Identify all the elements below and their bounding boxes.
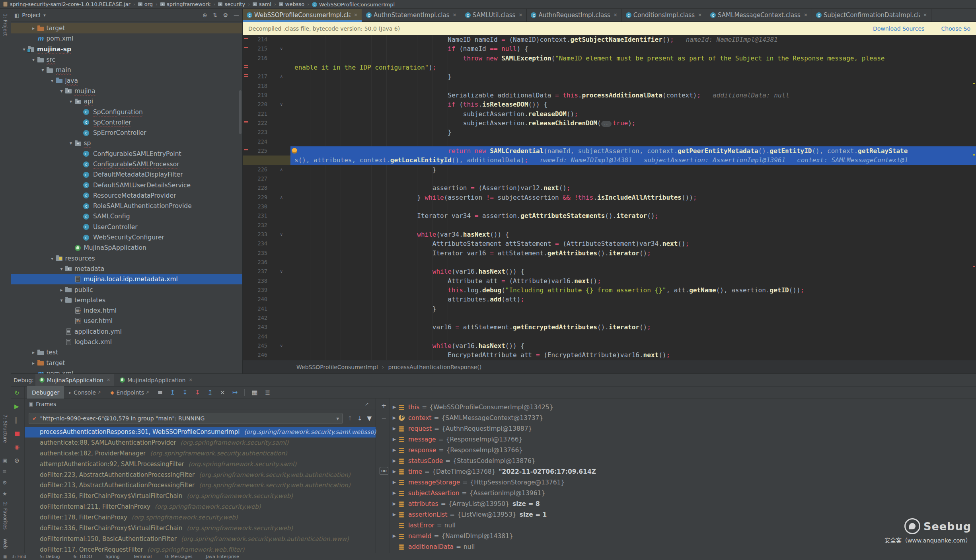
close-icon[interactable]: ✕ [923, 12, 927, 18]
fold-down-icon[interactable]: ∨ [280, 267, 283, 276]
gutter[interactable]: 214 [243, 35, 290, 44]
frame-row[interactable]: doFilter:223, AbstractAuthenticationProc… [25, 470, 376, 480]
chevron-right-icon[interactable]: ▶ [390, 437, 399, 442]
gutter[interactable]: 244 [243, 332, 290, 341]
gutter[interactable]: 234 [243, 239, 290, 248]
gutter[interactable]: 239 [243, 286, 290, 295]
chevron-down-icon[interactable]: ▾ [58, 266, 65, 272]
chevron-right-icon[interactable]: ▶ [390, 447, 399, 453]
frame-row[interactable]: doFilterInternal:150, BasicAuthenticatio… [25, 534, 376, 544]
force-step-into-icon[interactable]: ↧ [195, 389, 200, 396]
filter-icon[interactable]: ▼ [367, 415, 372, 422]
locate-icon[interactable]: ⊕ [203, 12, 207, 18]
status-item-6-todo[interactable]: 6: TODO [74, 554, 92, 559]
status-item-terminal[interactable]: Terminal [133, 554, 152, 559]
close-icon[interactable]: ✕ [614, 12, 618, 18]
frame-row[interactable]: doFilter:336, FilterChainProxy$VirtualFi… [25, 491, 376, 502]
sidebar-item-web[interactable]: Web [2, 539, 8, 549]
status-item-java-enterprise[interactable]: Java Enterprise [206, 554, 239, 559]
breadcrumb-item[interactable]: saml [253, 1, 271, 7]
close-icon[interactable]: ✕ [189, 377, 192, 383]
variable-row-request[interactable]: ▶request={AuthnRequestImpl@13887} [390, 423, 976, 434]
code-text[interactable]: EncryptedAttribute att = (EncryptedAttri… [290, 350, 976, 360]
variable-row-attributes[interactable]: ▶attributes={ArrayList@13950}size = 8 [390, 498, 976, 509]
tree-item-websecurityconfigurer[interactable]: cWebSecurityConfigurer [11, 232, 242, 243]
sidebar-item-structure[interactable]: 7: Structure [2, 414, 8, 443]
code-text[interactable]: assertion = (Assertion)var12.next(); [290, 183, 976, 192]
code-text[interactable] [290, 332, 976, 341]
debug-tab-mujinaspapplication[interactable]: MujinaSpApplication✕ [35, 374, 114, 386]
code-text[interactable]: subjectAssertion.releaseDOM(); [290, 109, 976, 119]
tree-item-sperrorcontroller[interactable]: cSpErrorController [11, 128, 242, 138]
chevron-down-icon[interactable]: ▾ [68, 140, 74, 146]
variable-row-messageStorage[interactable]: ▶messageStorage={HttpSessionStorage@1376… [390, 477, 976, 488]
variable-row-statusCode[interactable]: ▶statusCode={StatusCodeImpl@13876} [390, 455, 976, 466]
tree-item-target[interactable]: ▸target [11, 23, 242, 33]
chevron-down-icon[interactable]: ▾ [49, 78, 56, 84]
close-icon[interactable]: ✕ [107, 377, 110, 383]
code-text[interactable]: return new SAMLCredential(nameId, subjec… [290, 146, 976, 156]
collapse-all-icon[interactable]: ⇅ [213, 12, 218, 18]
code-text[interactable]: } [290, 165, 976, 174]
gutter[interactable]: 224 [243, 137, 290, 146]
tab-webssoprofileconsumerimpl-class[interactable]: cWebSSOProfileConsumerImpl.class✕ [243, 9, 362, 21]
gutter[interactable]: 240 [243, 295, 290, 304]
chevron-right-icon[interactable]: ▸ [30, 25, 37, 31]
layout-settings-icon[interactable]: ≣ [265, 389, 270, 396]
gutter[interactable]: 241 [243, 304, 290, 313]
choose-sources-link[interactable]: Choose So [941, 25, 970, 32]
project-panel-title[interactable]: Project [22, 12, 41, 18]
evaluate-expression-icon[interactable]: ▦ [251, 389, 257, 396]
fold-down-icon[interactable]: ∨ [280, 230, 283, 239]
chevron-right-icon[interactable]: ▶ [390, 469, 399, 474]
tree-item-java[interactable]: ▾java [11, 75, 242, 86]
show-execution-point-icon[interactable]: ↥ [170, 389, 175, 396]
tree-item-resourcemetadataprovider[interactable]: cResourceMetadataProvider [11, 191, 242, 201]
chevron-right-icon[interactable]: ▶ [390, 512, 399, 517]
code-text[interactable] [290, 221, 976, 230]
breadcrumb-item[interactable]: websso [279, 1, 304, 7]
code-area[interactable]: 214 NameID nameId = (NameID)context.getS… [243, 35, 976, 360]
close-icon[interactable]: ✕ [804, 12, 808, 18]
gutter[interactable]: 237∨ [243, 267, 290, 276]
step-over-icon[interactable]: ↧ [182, 389, 187, 396]
chevron-right-icon[interactable]: ▸ [30, 350, 37, 355]
watches-icon[interactable]: oo [380, 467, 388, 475]
code-text[interactable]: if (nameId == null) { [290, 44, 976, 53]
frame-row[interactable]: authenticate:182, ProviderManager (org.s… [25, 448, 376, 459]
frame-row[interactable]: doFilterInternal:211, FilterChainProxy (… [25, 502, 376, 512]
star-icon[interactable]: ★ [2, 491, 7, 497]
fold-down-icon[interactable]: ∨ [280, 44, 283, 53]
gutter[interactable]: 226∧ [243, 165, 290, 174]
code-text[interactable]: } while(assertion != subjectAssertion &&… [290, 193, 976, 202]
code-text[interactable]: subjectAssertion.releaseChildrenDOM(…tru… [290, 119, 976, 128]
gutter[interactable]: 242 [243, 313, 290, 323]
status-item-spring[interactable]: Spring [105, 554, 120, 559]
gutter[interactable]: 223 [243, 128, 290, 137]
code-text[interactable] [290, 202, 976, 211]
list-icon[interactable]: ≣ [2, 469, 7, 474]
chevron-right-icon[interactable]: ▸ [58, 287, 65, 293]
view-breakpoints-icon[interactable]: ◉ [14, 443, 19, 451]
run-to-cursor-icon[interactable]: ↦ [232, 389, 238, 396]
code-text[interactable]: while(var34.hasNext()) { [290, 230, 976, 239]
gutter[interactable]: 230 [243, 202, 290, 211]
fold-up-icon[interactable]: ∧ [280, 165, 283, 174]
drop-frame-icon[interactable]: × [220, 389, 225, 396]
gutter[interactable]: 231 [243, 211, 290, 220]
download-sources-link[interactable]: Download Sources [873, 25, 924, 32]
tree-item-pom-xml[interactable]: mpom.xml [11, 368, 242, 373]
tab-conditionsimpl-class[interactable]: cConditionsImpl.class✕ [622, 9, 706, 21]
tree-item-api[interactable]: ▾api [11, 96, 242, 107]
gutter[interactable]: 225 [243, 146, 290, 156]
tree-item-spcontroller[interactable]: cSpController [11, 117, 242, 128]
rerun-icon[interactable]: ↻ [14, 389, 19, 397]
sidebar-item-project[interactable]: 1: Project [2, 14, 8, 36]
tree-item-main[interactable]: ▾main [11, 65, 242, 75]
resume-icon[interactable]: ▶ [14, 403, 19, 410]
tree-item-test[interactable]: ▸test [11, 347, 242, 358]
frame-row[interactable]: attemptAuthentication:92, SAMLProcessing… [25, 459, 376, 470]
chevron-down-icon[interactable]: ▾ [58, 298, 65, 303]
variable-row-response[interactable]: ▶response={ResponseImpl@13766} [390, 445, 976, 455]
gutter[interactable] [243, 63, 290, 72]
